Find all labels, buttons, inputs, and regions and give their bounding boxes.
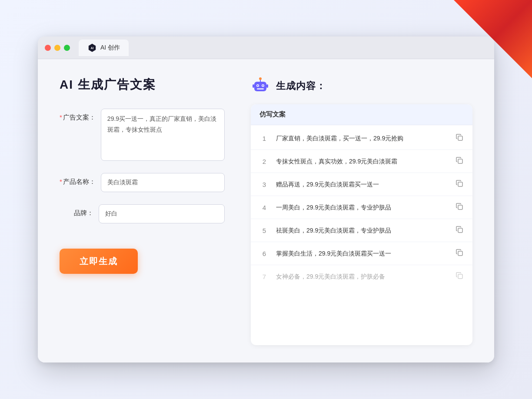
browser-window: AI AI 创作 AI 生成广告文案 *广告文案： *产品名称： (38, 37, 494, 362)
brand-input[interactable] (99, 204, 225, 223)
product-name-input[interactable] (101, 173, 225, 192)
copy-icon[interactable] (455, 202, 464, 213)
copy-icon[interactable] (455, 179, 464, 190)
column-header: 仿写文案 (259, 110, 286, 118)
svg-rect-14 (458, 205, 462, 209)
item-text: 厂家直销，美白淡斑霜，买一送一，29.9元抢购 (276, 134, 448, 143)
result-item: 3赠品再送，29.9元美白淡斑霜买一送一 (251, 173, 472, 196)
item-number: 4 (259, 204, 269, 211)
maximize-button[interactable] (64, 45, 70, 51)
result-item: 6掌握美白生活，29.9元美白淡斑霜买一送一 (251, 242, 472, 265)
ai-tab-icon: AI (87, 43, 97, 53)
result-item: 5祛斑美白，29.9元美白淡斑霜，专业护肤品 (251, 219, 472, 242)
window-controls (45, 45, 70, 51)
result-title: 生成内容： (276, 80, 326, 93)
svg-rect-6 (257, 88, 264, 90)
required-star-2: * (60, 178, 62, 185)
item-text: 一周美白，29.9元美白淡斑霜，专业护肤品 (276, 203, 448, 212)
close-button[interactable] (45, 45, 51, 51)
svg-rect-16 (458, 251, 462, 256)
item-text: 女神必备，29.9元美白淡斑霜，护肤必备 (276, 272, 448, 281)
result-list: 1厂家直销，美白淡斑霜，买一送一，29.9元抢购 2专抹女性斑点，真实功效，29… (251, 125, 472, 289)
svg-rect-13 (458, 182, 462, 186)
svg-rect-1 (254, 82, 266, 91)
result-item: 4一周美白，29.9元美白淡斑霜，专业护肤品 (251, 196, 472, 219)
item-number: 5 (259, 227, 269, 234)
svg-point-4 (257, 85, 259, 86)
svg-rect-9 (253, 84, 254, 88)
title-bar: AI AI 创作 (38, 37, 494, 59)
main-content: AI 生成广告文案 *广告文案： *产品名称： 品牌： 立 (38, 59, 494, 362)
required-star-1: * (60, 113, 62, 121)
item-text: 专抹女性斑点，真实功效，29.9元美白淡斑霜 (276, 157, 448, 166)
product-name-label: *产品名称： (60, 173, 101, 190)
result-header: 生成内容： (251, 76, 472, 96)
svg-rect-11 (458, 136, 462, 140)
robot-icon (251, 76, 270, 96)
left-panel: AI 生成广告文案 *广告文案： *产品名称： 品牌： 立 (60, 76, 225, 345)
ad-copy-input[interactable] (101, 109, 225, 161)
svg-point-8 (259, 77, 262, 80)
right-panel: 生成内容： 仿写文案 1厂家直销，美白淡斑霜，买一送一，29.9元抢购 2专抹女… (251, 76, 472, 345)
brand-group: 品牌： (60, 204, 225, 223)
tab-label: AI 创作 (100, 44, 120, 52)
minimize-button[interactable] (54, 45, 60, 51)
ad-copy-label: *广告文案： (60, 109, 101, 126)
result-container: 仿写文案 1厂家直销，美白淡斑霜，买一送一，29.9元抢购 2专抹女性斑点，真实… (251, 104, 472, 345)
brand-label: 品牌： (60, 204, 99, 222)
item-text: 掌握美白生活，29.9元美白淡斑霜买一送一 (276, 249, 448, 258)
copy-icon[interactable] (455, 156, 464, 166)
ai-tab[interactable]: AI AI 创作 (79, 40, 129, 56)
svg-rect-12 (458, 159, 462, 163)
item-text: 赠品再送，29.9元美白淡斑霜买一送一 (276, 180, 448, 189)
svg-text:AI: AI (91, 47, 94, 50)
item-number: 2 (259, 158, 269, 165)
svg-point-5 (263, 85, 264, 86)
result-column-header-row: 仿写文案 (251, 104, 472, 125)
page-title: AI 生成广告文案 (60, 76, 225, 93)
generate-button[interactable]: 立即生成 (60, 249, 138, 274)
copy-icon[interactable] (455, 133, 464, 143)
svg-rect-15 (458, 228, 462, 233)
result-item: 7女神必备，29.9元美白淡斑霜，护肤必备 (251, 265, 472, 288)
svg-rect-10 (266, 84, 268, 88)
item-text: 祛斑美白，29.9元美白淡斑霜，专业护肤品 (276, 226, 448, 235)
copy-icon[interactable] (455, 225, 464, 236)
product-name-group: *产品名称： (60, 173, 225, 192)
copy-icon[interactable] (455, 248, 464, 259)
item-number: 7 (259, 273, 269, 280)
copy-icon[interactable] (455, 271, 464, 282)
item-number: 3 (259, 181, 269, 188)
item-number: 6 (259, 250, 269, 257)
result-item: 1厂家直销，美白淡斑霜，买一送一，29.9元抢购 (251, 127, 472, 150)
item-number: 1 (259, 135, 269, 142)
ad-copy-group: *广告文案： (60, 109, 225, 161)
result-item: 2专抹女性斑点，真实功效，29.9元美白淡斑霜 (251, 150, 472, 173)
svg-rect-17 (458, 274, 462, 279)
